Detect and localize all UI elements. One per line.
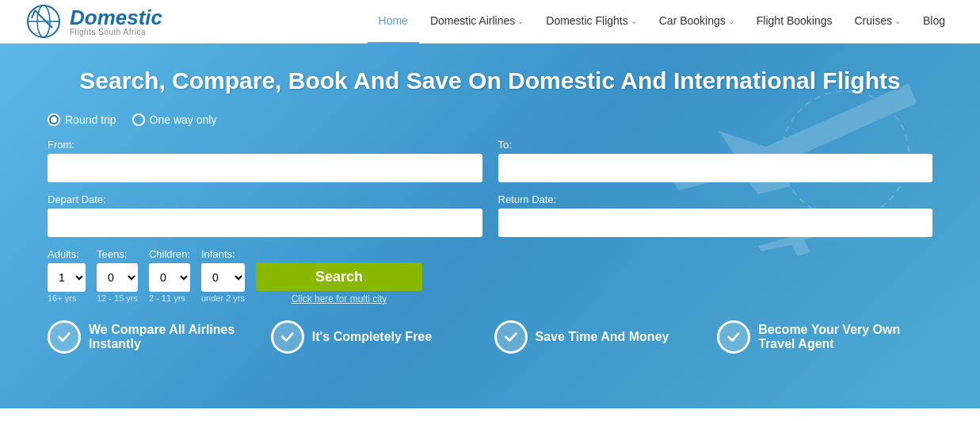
from-input[interactable] <box>48 154 482 182</box>
infants-hint: under 2 yrs <box>201 293 245 303</box>
logo[interactable]: Domestic Flights South Africa <box>24 4 162 40</box>
nav-flight-bookings-label: Flight Bookings <box>757 14 833 27</box>
return-date-group: Return Date: <box>498 193 933 237</box>
infants-label: Infants: <box>201 248 245 260</box>
checkmark-icon-3 <box>717 320 750 354</box>
search-button[interactable]: Search <box>256 262 422 291</box>
feature-save: Save Time And Money <box>494 320 710 354</box>
nav-home[interactable]: Home <box>368 0 419 44</box>
chevron-down-icon: ⌄ <box>728 17 734 25</box>
passengers-search-row: Adults: 1 2 3 4 5 16+ yrs Teens: 0 1 2 3… <box>48 248 932 304</box>
one-way-label: One way only <box>150 113 217 126</box>
feature-agent: Become Your Very Own Travel Agent <box>717 320 932 354</box>
nav-cruises-label: Cruises <box>855 14 892 27</box>
teens-label: Teens: <box>97 248 138 260</box>
chevron-down-icon: ⌄ <box>631 17 637 25</box>
nav-domestic-flights[interactable]: Domestic Flights ⌄ <box>535 0 647 44</box>
infants-group: Infants: 0 1 2 under 2 yrs <box>201 248 245 303</box>
logo-icon <box>24 4 63 40</box>
hero-title: Search, Compare, Book And Save On Domest… <box>48 67 932 94</box>
nav-car-bookings-label: Car Bookings <box>659 14 726 27</box>
feature-free-text: It's Completely Free <box>312 330 432 344</box>
teens-hint: 12 - 15 yrs <box>97 293 138 303</box>
checkmark-icon-2 <box>494 320 528 354</box>
adults-group: Adults: 1 2 3 4 5 16+ yrs <box>48 248 86 303</box>
depart-date-group: Depart Date: <box>48 193 482 237</box>
feature-save-text: Save Time And Money <box>536 330 669 344</box>
infants-select[interactable]: 0 1 2 <box>201 263 245 292</box>
trip-type-selector: Round trip One way only <box>48 113 932 126</box>
checkmark-icon-1 <box>271 320 304 354</box>
search-section: Search Click here for multi city <box>256 248 422 304</box>
nav-domestic-flights-label: Domestic Flights <box>546 14 627 27</box>
checkmark-icon-0 <box>48 320 81 354</box>
chevron-down-icon: ⌄ <box>894 17 901 25</box>
feature-compare: We Compare All Airlines Instantly <box>48 320 263 354</box>
nav-blog[interactable]: Blog <box>912 0 956 44</box>
to-label: To: <box>498 139 933 151</box>
depart-date-input[interactable] <box>48 209 482 237</box>
to-input[interactable] <box>498 154 933 182</box>
teens-select[interactable]: 0 1 2 3 <box>97 263 138 292</box>
feature-free: It's Completely Free <box>271 320 486 354</box>
nav-cruises[interactable]: Cruises ⌄ <box>844 0 912 44</box>
teens-group: Teens: 0 1 2 3 12 - 15 yrs <box>97 248 138 303</box>
dates-row: Depart Date: Return Date: <box>48 193 932 237</box>
nav-home-label: Home <box>379 14 408 27</box>
header: Domestic Flights South Africa Home Domes… <box>0 0 980 44</box>
features-row: We Compare All Airlines Instantly It's C… <box>48 320 932 354</box>
feature-agent-text: Become Your Very Own Travel Agent <box>758 323 932 351</box>
children-hint: 2 - 11 yrs <box>149 293 190 303</box>
one-way-radio[interactable] <box>132 113 145 126</box>
hero-section: Search, Compare, Book And Save On Domest… <box>0 44 980 408</box>
return-date-label: Return Date: <box>498 193 933 205</box>
nav-domestic-airlines-label: Domestic Airlines <box>430 14 515 27</box>
chevron-down-icon: ⌄ <box>517 17 524 25</box>
from-group: From: <box>48 139 482 182</box>
children-label: Children: <box>149 248 190 260</box>
children-group: Children: 0 1 2 3 2 - 11 yrs <box>149 248 190 303</box>
logo-text: Domestic Flights South Africa <box>70 7 162 36</box>
logo-tagline: Flights South Africa <box>70 28 162 36</box>
children-select[interactable]: 0 1 2 3 <box>149 263 190 292</box>
main-nav: Home Domestic Airlines ⌄ Domestic Flight… <box>210 0 956 44</box>
to-group: To: <box>498 139 933 182</box>
return-date-input[interactable] <box>498 209 933 237</box>
multi-city-link[interactable]: Click here for multi city <box>256 293 422 304</box>
round-trip-option[interactable]: Round trip <box>48 113 116 126</box>
nav-car-bookings[interactable]: Car Bookings ⌄ <box>648 0 745 44</box>
logo-brand: Domestic <box>70 7 162 28</box>
nav-flight-bookings[interactable]: Flight Bookings <box>745 0 844 44</box>
adults-label: Adults: <box>48 248 86 260</box>
feature-compare-text: We Compare All Airlines Instantly <box>89 323 263 351</box>
round-trip-radio[interactable] <box>48 113 60 126</box>
adults-select[interactable]: 1 2 3 4 5 <box>48 263 86 292</box>
depart-date-label: Depart Date: <box>48 193 482 205</box>
round-trip-label: Round trip <box>65 113 116 126</box>
adults-hint: 16+ yrs <box>48 293 86 303</box>
from-label: From: <box>48 139 482 151</box>
one-way-option[interactable]: One way only <box>132 113 217 126</box>
nav-blog-label: Blog <box>923 14 945 27</box>
from-to-row: From: To: <box>48 139 932 182</box>
nav-domestic-airlines[interactable]: Domestic Airlines ⌄ <box>419 0 535 44</box>
